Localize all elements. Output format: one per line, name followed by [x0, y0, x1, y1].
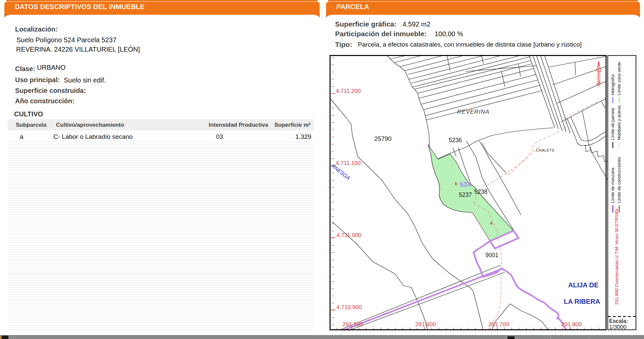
svg-text:Límite de manzana: Límite de manzana [610, 168, 615, 203]
svg-text:5238: 5238 [474, 188, 487, 195]
svg-text:524: 524 [460, 180, 471, 188]
svg-text:Hidrografía: Hidrografía [610, 74, 615, 95]
svg-text:9001: 9001 [485, 252, 498, 259]
svg-text:a: a [490, 221, 493, 225]
svg-text:291.700: 291.700 [488, 321, 509, 328]
svg-text:Límite de construcciones: Límite de construcciones [617, 157, 622, 203]
svg-text:25790: 25790 [374, 135, 391, 142]
svg-text:b: b [455, 181, 458, 186]
svg-text:1/3000: 1/3000 [609, 324, 627, 330]
svg-text:291.500: 291.500 [342, 321, 363, 328]
svg-text:4.711.100: 4.711.100 [336, 160, 361, 166]
svg-text:Mobiliario y aceras: Mobiliario y aceras [617, 105, 622, 140]
svg-text:ALIJA DE: ALIJA DE [568, 281, 598, 289]
svg-text:CHALETS: CHALETS [536, 148, 554, 152]
svg-text:4.711.000: 4.711.000 [336, 232, 361, 238]
svg-text:4.710.900: 4.710.900 [336, 304, 362, 310]
svg-text:291.800 Coordenadas U.T.M. Hus: 291.800 Coordenadas U.T.M. Huso 30 ETRS8… [614, 209, 619, 305]
svg-text:LA RIBERA: LA RIBERA [564, 298, 600, 305]
svg-text:Límite de parcela: Límite de parcela [610, 108, 615, 140]
svg-text:291.800: 291.800 [561, 321, 582, 328]
svg-text:5237: 5237 [459, 191, 472, 198]
svg-text:4.711.200: 4.711.200 [336, 88, 361, 94]
svg-text:Límite zona verde: Límite zona verde [617, 62, 622, 95]
svg-text:5236: 5236 [449, 137, 462, 144]
svg-text:Escala:: Escala: [609, 318, 628, 324]
svg-text:REVERINA: REVERINA [457, 109, 490, 115]
svg-text:291.600: 291.600 [415, 321, 436, 328]
